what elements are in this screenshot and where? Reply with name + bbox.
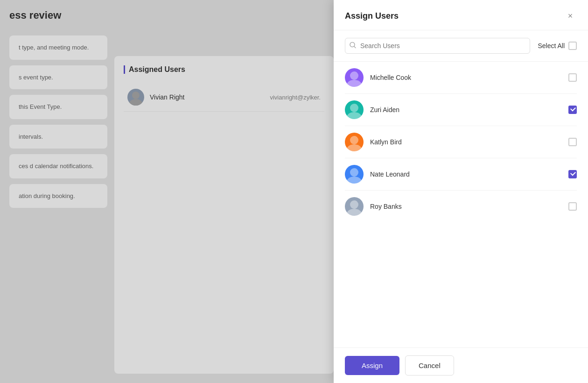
svg-point-8 (350, 136, 358, 144)
user-avatar (345, 197, 364, 216)
svg-point-7 (347, 112, 362, 119)
svg-point-10 (350, 168, 358, 177)
svg-point-6 (350, 104, 358, 112)
user-item: Michelle Cook (345, 62, 577, 94)
assign-users-modal: Assign Users × Select All Michelle CookZ… (334, 0, 588, 383)
user-name: Roy Banks (370, 203, 402, 210)
user-list: Michelle CookZuri AidenKatlyn BirdNate L… (334, 62, 588, 348)
select-all-checkbox[interactable] (568, 42, 577, 50)
svg-point-11 (347, 177, 362, 184)
user-name: Zuri Aiden (370, 106, 399, 113)
close-icon: × (568, 11, 573, 21)
search-icon (350, 42, 356, 50)
modal-footer: Assign Cancel (334, 348, 588, 383)
svg-line-3 (354, 47, 356, 48)
user-checkbox[interactable] (568, 106, 577, 114)
user-checkbox[interactable] (568, 138, 577, 146)
svg-point-13 (347, 209, 362, 216)
user-avatar (345, 100, 364, 119)
svg-point-5 (347, 80, 362, 87)
user-name: Michelle Cook (370, 74, 411, 81)
modal-header: Assign Users × (334, 0, 588, 30)
svg-point-9 (347, 144, 362, 151)
user-avatar (345, 165, 364, 184)
svg-point-4 (350, 71, 358, 80)
search-area: Select All (334, 30, 588, 62)
user-avatar (345, 133, 364, 151)
select-all-wrapper: Select All (538, 42, 577, 50)
user-item: Katlyn Bird (345, 126, 577, 158)
user-name: Katlyn Bird (370, 138, 402, 146)
user-item: Nate Leonard (345, 158, 577, 191)
user-checkbox[interactable] (568, 202, 577, 211)
search-wrapper (345, 38, 530, 54)
svg-point-12 (350, 200, 358, 209)
user-name: Nate Leonard (370, 170, 410, 178)
close-button[interactable]: × (564, 9, 577, 22)
select-all-label: Select All (538, 42, 565, 50)
cancel-button[interactable]: Cancel (405, 355, 454, 376)
modal-title: Assign Users (345, 11, 399, 21)
user-checkbox[interactable] (568, 170, 577, 178)
search-input[interactable] (345, 38, 530, 54)
assign-button[interactable]: Assign (345, 356, 399, 375)
user-item: Zuri Aiden (345, 94, 577, 126)
user-avatar (345, 68, 364, 87)
user-checkbox[interactable] (568, 73, 577, 82)
user-item: Roy Banks (345, 191, 577, 222)
